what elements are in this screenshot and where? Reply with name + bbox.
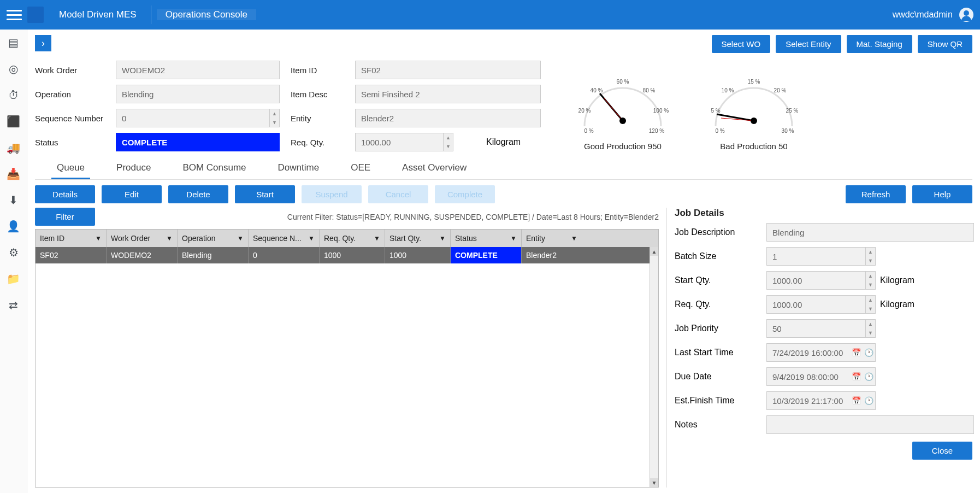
down-icon[interactable]: ▼	[865, 304, 875, 313]
start-button[interactable]: Start	[235, 185, 295, 203]
col-entity[interactable]: Entity	[526, 234, 545, 243]
expand-arrow-button[interactable]: ›	[35, 35, 51, 51]
operation-input[interactable]	[116, 85, 280, 103]
calendar-icon[interactable]: 📅	[852, 372, 861, 381]
tab-produce[interactable]: Produce	[111, 158, 156, 179]
seq-down-icon[interactable]: ▼	[269, 118, 279, 127]
calendar-icon[interactable]: 📅	[852, 348, 861, 357]
seq-input[interactable]	[116, 109, 280, 127]
col-work-order[interactable]: Work Order	[111, 234, 150, 243]
close-button[interactable]: Close	[912, 442, 972, 460]
delete-button[interactable]: Delete	[168, 185, 228, 203]
user-icon[interactable]	[959, 8, 973, 22]
rail-people-icon[interactable]: 👤	[7, 220, 20, 233]
col-req-qty[interactable]: Req. Qty.	[324, 234, 356, 243]
col-item-id[interactable]: Item ID	[40, 234, 64, 243]
down-icon[interactable]: ▼	[865, 328, 875, 337]
table-row[interactable]: SF02 WODEMO2 Blending 0 1000 1000 COMPLE…	[36, 247, 658, 263]
filter-icon[interactable]: ▼	[166, 234, 173, 242]
notes-input[interactable]	[766, 415, 974, 434]
rail-list-icon[interactable]: ▤	[7, 36, 20, 49]
item-desc-input[interactable]	[355, 85, 541, 103]
cell-req-qty: 1000	[320, 247, 385, 263]
queue-grid: Item ID▼ Work Order▼ Operation▼ Sequence…	[35, 229, 659, 488]
qty-down-icon[interactable]: ▼	[443, 142, 453, 151]
up-icon[interactable]: ▲	[865, 272, 875, 280]
rail-flow-icon[interactable]: ⇄	[7, 298, 20, 312]
clock-icon[interactable]: 🕐	[864, 372, 873, 381]
topbar: Model Driven MES Operations Console wwdc…	[0, 0, 980, 30]
rail-folder-icon[interactable]: 📁	[7, 272, 20, 285]
user-label: wwdc\mdadmin	[893, 10, 953, 20]
filter-icon[interactable]: ▼	[571, 234, 577, 242]
work-order-input[interactable]	[116, 61, 280, 79]
scroll-up-icon[interactable]: ▲	[650, 247, 658, 256]
filter-icon[interactable]: ▼	[510, 234, 517, 242]
seq-up-icon[interactable]: ▲	[269, 109, 279, 118]
details-button[interactable]: Details	[35, 185, 95, 203]
rail-gauge-icon[interactable]: ⏱	[7, 89, 20, 102]
clock-icon[interactable]: 🕐	[864, 396, 873, 405]
scrollbar[interactable]: ▲ ▼	[650, 247, 658, 487]
filter-button[interactable]: Filter	[35, 208, 95, 226]
notes-label: Notes	[675, 420, 762, 430]
rail-gear-icon[interactable]: ⚙	[7, 246, 20, 259]
down-icon[interactable]: ▼	[865, 256, 875, 265]
filter-icon[interactable]: ▼	[439, 234, 446, 242]
bad-production-label: Bad Production 50	[705, 142, 803, 151]
svg-text:20 %: 20 %	[578, 108, 591, 114]
edit-button[interactable]: Edit	[102, 185, 162, 203]
batch-input[interactable]	[766, 247, 876, 266]
req-qty-input[interactable]	[355, 133, 453, 151]
show-qr-button[interactable]: Show QR	[918, 35, 972, 53]
col-operation[interactable]: Operation	[182, 234, 215, 243]
col-status[interactable]: Status	[455, 234, 477, 243]
rail-target-icon[interactable]: ◎	[7, 62, 20, 75]
suspend-button: Suspend	[302, 185, 362, 203]
rail-download-icon[interactable]: ⬇	[7, 193, 20, 207]
down-icon[interactable]: ▼	[865, 280, 875, 289]
hamburger-icon[interactable]	[7, 7, 22, 22]
item-id-input[interactable]	[355, 61, 541, 79]
rail-receive-icon[interactable]: 📥	[7, 167, 20, 180]
filter-icon[interactable]: ▼	[374, 234, 380, 242]
start-qty-input[interactable]	[766, 271, 876, 290]
col-start-qty[interactable]: Start Qty.	[389, 234, 421, 243]
rail-ship-icon[interactable]: 🚚	[7, 141, 20, 154]
tab-queue[interactable]: Queue	[51, 158, 90, 179]
svg-text:25 %: 25 %	[786, 108, 799, 114]
filter-text: Current Filter: Status=[READY, RUNNING, …	[287, 213, 659, 221]
select-entity-button[interactable]: Select Entity	[776, 35, 841, 53]
svg-text:0 %: 0 %	[584, 128, 593, 134]
select-wo-button[interactable]: Select WO	[712, 35, 771, 53]
dp-req-qty-input[interactable]	[766, 295, 876, 314]
priority-input[interactable]	[766, 319, 876, 338]
tab-oee[interactable]: OEE	[345, 158, 376, 179]
col-seq[interactable]: Sequence N...	[253, 234, 302, 243]
up-icon[interactable]: ▲	[865, 296, 875, 304]
up-icon[interactable]: ▲	[865, 248, 875, 256]
refresh-button[interactable]: Refresh	[846, 185, 906, 203]
mat-staging-button[interactable]: Mat. Staging	[847, 35, 912, 53]
calendar-icon[interactable]: 📅	[852, 396, 861, 405]
start-qty-label: Start Qty.	[675, 275, 762, 285]
filter-icon[interactable]: ▼	[308, 234, 315, 242]
entity-label: Entity	[291, 114, 351, 123]
tab-asset[interactable]: Asset Overview	[397, 158, 472, 179]
tab-downtime[interactable]: Downtime	[273, 158, 325, 179]
clock-icon[interactable]: 🕐	[864, 348, 873, 357]
est-finish-label: Est.Finish Time	[675, 396, 762, 406]
help-button[interactable]: Help	[912, 185, 972, 203]
job-desc-input[interactable]	[766, 223, 974, 242]
tabs: Queue Produce BOM Consume Downtime OEE A…	[35, 158, 972, 180]
up-icon[interactable]: ▲	[865, 320, 875, 328]
entity-input[interactable]	[355, 109, 541, 127]
filter-icon[interactable]: ▼	[237, 234, 244, 242]
scroll-down-icon[interactable]: ▼	[650, 478, 658, 487]
qty-up-icon[interactable]: ▲	[443, 133, 453, 142]
svg-line-8	[604, 98, 623, 121]
filter-icon[interactable]: ▼	[95, 234, 102, 242]
tab-bom[interactable]: BOM Consume	[177, 158, 251, 179]
rail-org-icon[interactable]: ⬛	[7, 115, 20, 128]
console-title[interactable]: Operations Console	[157, 9, 256, 20]
